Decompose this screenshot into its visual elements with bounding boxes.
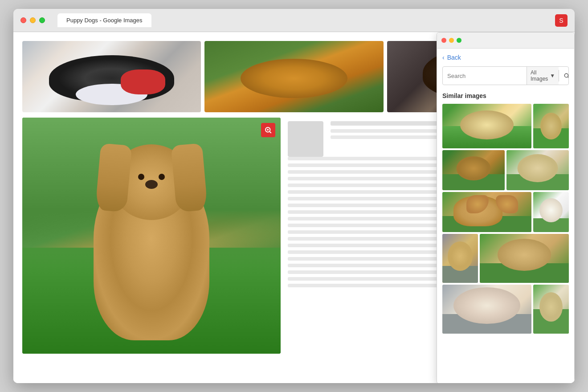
minimize-button[interactable] bbox=[30, 17, 36, 23]
side-panel: ‹ Back All Images ▼ bbox=[437, 32, 575, 383]
browser-titlebar: Puppy Dogs - Google Images S bbox=[13, 9, 575, 32]
similar-image-3[interactable] bbox=[442, 150, 505, 190]
back-button[interactable]: ‹ Back bbox=[442, 54, 569, 61]
main-dog-image[interactable] bbox=[22, 118, 281, 354]
maximize-button[interactable] bbox=[39, 17, 45, 23]
close-button[interactable] bbox=[20, 17, 26, 23]
panel-minimize-button[interactable] bbox=[449, 38, 454, 43]
side-panel-titlebar bbox=[437, 33, 574, 49]
similar-image-2[interactable] bbox=[533, 104, 569, 148]
similar-image-4[interactable] bbox=[506, 150, 569, 190]
svg-point-1 bbox=[565, 74, 568, 77]
page-area: ‹ Back All Images ▼ bbox=[13, 32, 575, 383]
similar-row-3 bbox=[442, 192, 569, 232]
search-icon bbox=[564, 73, 569, 79]
browser-content: ‹ Back All Images ▼ bbox=[13, 32, 575, 383]
similar-image-10[interactable] bbox=[533, 285, 569, 334]
back-label: Back bbox=[447, 54, 461, 61]
similar-row-4 bbox=[442, 234, 569, 283]
article-thumbnail bbox=[288, 121, 323, 157]
similar-row-2 bbox=[442, 150, 569, 190]
similar-images-grid bbox=[442, 104, 569, 335]
browser-window: Puppy Dogs - Google Images S bbox=[13, 9, 575, 383]
similar-image-8[interactable] bbox=[480, 234, 569, 283]
search-bar: All Images ▼ bbox=[442, 66, 569, 85]
browser-tab[interactable]: Puppy Dogs - Google Images bbox=[57, 13, 151, 27]
search-input[interactable] bbox=[443, 70, 527, 82]
panel-maximize-button[interactable] bbox=[457, 38, 461, 43]
similar-images-title: Similar images bbox=[442, 92, 569, 99]
panel-close-button[interactable] bbox=[441, 38, 446, 43]
search-dropdown[interactable]: All Images ▼ bbox=[527, 67, 559, 85]
similar-image-5[interactable] bbox=[442, 192, 531, 232]
dropdown-label: All Images bbox=[531, 69, 548, 82]
side-panel-content: ‹ Back All Images ▼ bbox=[437, 49, 574, 341]
similar-image-7[interactable] bbox=[442, 234, 478, 283]
top-image-1[interactable] bbox=[22, 41, 201, 112]
dropdown-arrow-icon: ▼ bbox=[550, 73, 555, 79]
back-chevron-icon: ‹ bbox=[442, 54, 445, 61]
similar-image-6[interactable] bbox=[533, 192, 569, 232]
search-button[interactable] bbox=[559, 70, 569, 82]
similar-row-5 bbox=[442, 285, 569, 334]
similar-row-1 bbox=[442, 104, 569, 148]
similar-image-9[interactable] bbox=[442, 285, 531, 334]
scan-badge[interactable] bbox=[261, 123, 275, 137]
extension-icon[interactable]: S bbox=[555, 14, 568, 27]
similar-image-1[interactable] bbox=[442, 104, 531, 148]
top-image-2[interactable] bbox=[204, 41, 383, 112]
